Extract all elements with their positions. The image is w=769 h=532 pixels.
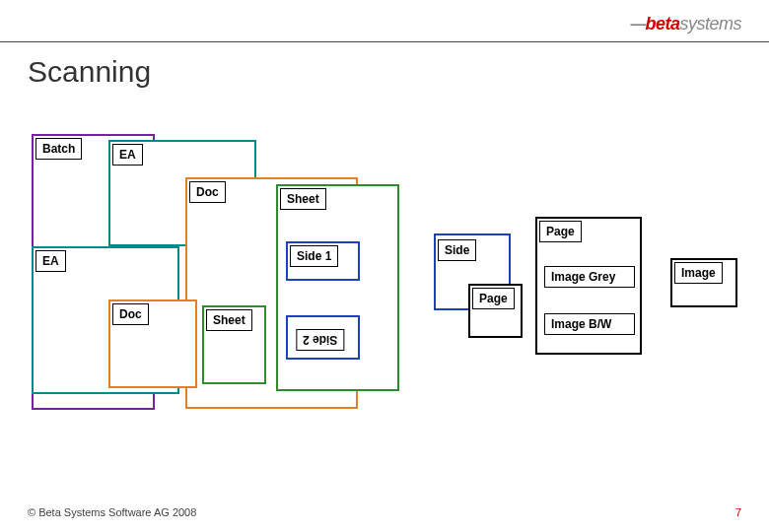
header-rule (0, 41, 769, 42)
brand-systems: systems (679, 14, 741, 33)
batch-label: Batch (35, 138, 82, 160)
page-label-2: Page (472, 288, 515, 309)
brand-beta: beta (645, 14, 679, 33)
ea-label-1: EA (112, 144, 143, 166)
page-label-1: Page (539, 221, 582, 242)
brand-dash: — (630, 16, 645, 33)
image-label: Image (674, 262, 723, 284)
footer-page-number: 7 (735, 506, 741, 518)
doc-label-2: Doc (112, 303, 149, 325)
image-grey-label: Image Grey (544, 266, 635, 288)
image-bw-label: Image B/W (544, 313, 635, 335)
page-title: Scanning (28, 55, 151, 89)
footer-copyright: © Beta Systems Software AG 2008 (28, 506, 196, 518)
side-label: Side (438, 239, 476, 261)
sheet-label-2: Sheet (206, 309, 252, 331)
brand-logo: —betasystems (630, 14, 741, 34)
doc-label-1: Doc (189, 181, 226, 203)
side1-label: Side 1 (290, 245, 338, 267)
sheet-label-1: Sheet (280, 188, 326, 210)
ea-label-2: EA (35, 250, 66, 272)
side2-label: Side 2 (296, 329, 344, 351)
sheet-box-1 (276, 184, 399, 391)
